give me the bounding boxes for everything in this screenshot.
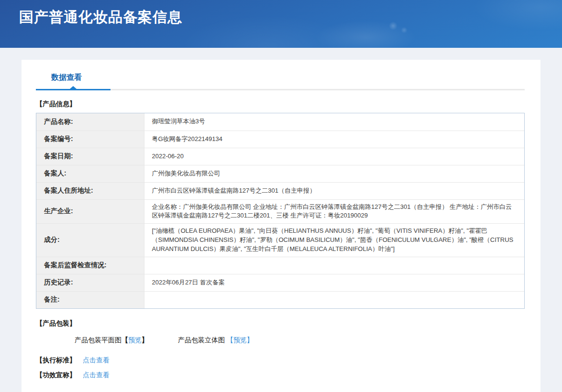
row-label: 生产企业: [36,199,144,224]
row-value: 广州伽美化妆品有限公司 [144,165,524,182]
tab-underline [36,89,525,90]
table-row-filing-date: 备案日期: 2022-06-20 [36,148,524,165]
product-info-section-title: 【产品信息】 [36,100,540,109]
row-label: 备注: [36,291,144,308]
table-row-product-name: 产品名称: 御瑶莹润草本油3号 [36,113,524,131]
row-label: 成分: [36,224,144,257]
tab-active-indicator [36,89,110,90]
bracket-close: 】 [247,336,253,344]
packaging-section-title: 【产品包装】 [36,319,540,328]
content-card: 数据查看 【产品信息】 产品名称: 御瑶莹润草本油3号 备案编号: 粤G妆网备字… [22,60,540,392]
row-label: 备案人住所地址: [36,182,144,199]
tab-data-view[interactable]: 数据查看 [51,73,82,83]
row-label: 备案人: [36,165,144,182]
packaging-flat-preview-link[interactable]: 预览 [128,336,142,344]
row-value [144,291,524,308]
packaging-stereo-item: 产品包装立体图 【预览】 [178,336,253,345]
page-title: 国产普通化妆品备案信息 [19,8,182,27]
row-value: 2022-06-20 [144,148,524,165]
product-info-table: 产品名称: 御瑶莹润草本油3号 备案编号: 粤G妆网备字2022149134 备… [36,113,525,309]
bracket-close: 】 [142,336,148,344]
row-value: 2022年06月27日 首次备案 [144,274,524,291]
packaging-stereo-label: 产品包装立体图 [178,336,227,344]
table-row-filer: 备案人: 广州伽美化妆品有限公司 [36,165,524,182]
standards-view-link[interactable]: 点击查看 [83,356,110,364]
row-value: 广州市白云区钟落潭镇金盆南路127号之二301（自主申报） [144,182,524,199]
table-row-history: 历史记录: 2022年06月27日 首次备案 [36,274,524,291]
row-value: 粤G妆网备字2022149134 [144,131,524,148]
bracket-open: 【 [227,336,233,344]
table-row-manufacturer: 生产企业: 企业名称：广州伽美化妆品有限公司 企业地址：广州市白云区钟落潭镇金盆… [36,199,524,224]
table-row-filer-address: 备案人住所地址: 广州市白云区钟落潭镇金盆南路127号之二301（自主申报） [36,182,524,199]
row-value: 御瑶莹润草本油3号 [144,113,524,131]
bracket-open: 【 [121,336,128,344]
row-label: 备案编号: [36,131,144,148]
packaging-flat-item: 产品包装平面图【预览】 [75,336,148,345]
row-label: 历史记录: [36,274,144,291]
efficacy-section-title: 【功效宣称】 [36,371,76,379]
efficacy-view-link[interactable]: 点击查看 [83,371,110,379]
table-row-remarks: 备注: [36,291,524,308]
row-label: 产品名称: [36,113,144,131]
packaging-flat-label: 产品包装平面图 [75,336,121,344]
tab-bar: 数据查看 [22,60,540,90]
table-row-supervision: 备案后监督检查情况: [36,257,524,274]
standards-row: 【执行标准】 点击查看 [36,356,540,365]
row-label: 备案后监督检查情况: [36,257,144,274]
row-label: 备案日期: [36,148,144,165]
packaging-stereo-preview-link[interactable]: 预览 [233,336,247,344]
row-value: ["油橄榄（OLEA EUROPAEA）果油", "向日葵（HELIANTHUS… [144,224,524,257]
table-row-filing-number: 备案编号: 粤G妆网备字2022149134 [36,131,524,148]
efficacy-row: 【功效宣称】 点击查看 [36,371,540,380]
row-value [144,257,524,274]
row-value: 企业名称：广州伽美化妆品有限公司 企业地址：广州市白云区钟落潭镇金盆南路127号… [144,199,524,224]
standards-section-title: 【执行标准】 [36,356,76,364]
table-row-ingredients: 成分: ["油橄榄（OLEA EUROPAEA）果油", "向日葵（HELIAN… [36,224,524,257]
page-banner: 国产普通化妆品备案信息 [0,0,562,48]
packaging-links-row: 产品包装平面图【预览】 产品包装立体图 【预览】 [75,336,540,345]
